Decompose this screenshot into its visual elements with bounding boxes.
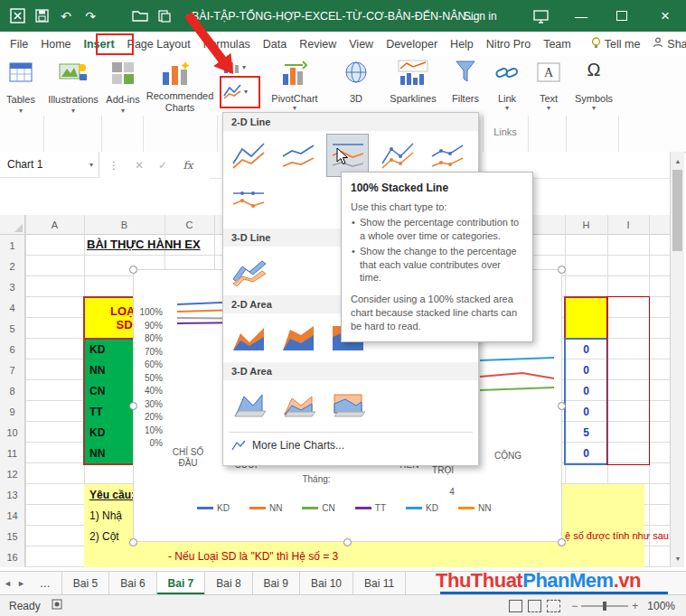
column-header-c[interactable]: C (164, 215, 214, 235)
row-header-1[interactable]: 1 (0, 235, 25, 256)
name-box[interactable]: Chart 1 ▾ (0, 152, 99, 178)
close-button[interactable]: × (647, 0, 683, 32)
gallery-stacked-3d-area-icon[interactable] (277, 383, 319, 426)
tables-dropdown-icon[interactable]: ▾ (0, 107, 42, 115)
sheet-tab-bai8[interactable]: Bai 8 (205, 572, 252, 594)
tab-file[interactable]: File (4, 32, 34, 56)
sheet-tab-bai11[interactable]: Bai 11 (353, 572, 406, 594)
chart-resize-handle[interactable] (129, 402, 137, 410)
text-dropdown-icon[interactable]: ▾ (531, 104, 566, 112)
gallery-3d-area-icon[interactable] (227, 383, 269, 426)
row-header-3[interactable]: 3 (0, 276, 25, 297)
redo-icon[interactable]: ↷ (82, 8, 99, 24)
tab-nitro-pro[interactable]: Nitro Pro (480, 32, 537, 56)
chart-resize-handle[interactable] (558, 266, 566, 274)
h-value-cell[interactable]: 0 (565, 359, 607, 380)
chart-resize-handle[interactable] (343, 538, 352, 546)
column-header-h[interactable]: H (565, 215, 607, 235)
gallery-100-stacked-line-icon[interactable] (326, 134, 369, 177)
add-ins-button[interactable] (110, 61, 136, 89)
tab-data[interactable]: Data (257, 32, 293, 56)
row-header-6[interactable]: 6 (0, 339, 25, 359)
gallery-100-stacked-3d-area-icon[interactable] (326, 383, 369, 426)
more-line-charts-item[interactable]: More Line Charts... (223, 435, 478, 455)
enter-formula-icon[interactable]: ✓ (152, 152, 174, 178)
chart-resize-handle[interactable] (129, 538, 137, 546)
h-value-cell[interactable]: 5 (565, 422, 607, 443)
symbols-button[interactable]: Ω (571, 60, 616, 80)
filters-button[interactable] (446, 60, 484, 89)
minimize-button[interactable]: — (563, 0, 599, 32)
normal-view-icon[interactable] (509, 600, 522, 612)
gallery-stacked-area-icon[interactable] (277, 316, 319, 359)
illustrations-button[interactable] (58, 61, 89, 89)
save-icon[interactable] (33, 8, 50, 24)
tell-me-box[interactable]: Tell me (585, 32, 647, 56)
tab-team[interactable]: Team (537, 32, 578, 56)
h-header-cell[interactable] (565, 297, 607, 339)
tab-review[interactable]: Review (293, 32, 343, 56)
page-break-view-icon[interactable] (547, 600, 560, 612)
vertical-scrollbar[interactable]: ▲ ▼ (670, 152, 684, 567)
row-header-13[interactable]: 13 (0, 484, 25, 505)
sheet-scroll-left-icon[interactable]: ◄ (4, 579, 12, 588)
link-dropdown-icon[interactable]: ▾ (490, 104, 524, 112)
link-button[interactable] (490, 61, 524, 87)
row-header-14[interactable]: 14 (0, 505, 25, 526)
share-button[interactable]: Share (646, 32, 686, 56)
row-header-7[interactable]: 7 (0, 359, 25, 380)
row-header-8[interactable]: 8 (0, 380, 25, 401)
row-header-11[interactable]: 11 (0, 443, 25, 463)
zoom-level[interactable]: 100% (647, 600, 675, 612)
3d-map-button[interactable] (336, 60, 376, 89)
tab-developer[interactable]: Developer (380, 32, 444, 56)
tables-button[interactable] (7, 61, 34, 89)
scrollbar-thumb[interactable] (672, 170, 682, 251)
sheet-tab-bai9[interactable]: Bai 9 (253, 572, 300, 594)
zoom-slider-thumb[interactable] (603, 602, 606, 611)
formula-bar-separator[interactable]: ⋮ (103, 152, 125, 178)
h-value-cell[interactable]: 0 (565, 401, 607, 422)
zoom-out-icon[interactable]: − (571, 600, 578, 612)
sheet-tab-bai10[interactable]: Bai 10 (300, 572, 353, 594)
pivotchart-dropdown-icon[interactable]: ▾ (269, 104, 320, 112)
sheet-tab-ellipsis[interactable]: … (29, 572, 62, 594)
sheet-tab-bai6[interactable]: Bai 6 (109, 572, 156, 594)
add-ins-dropdown-icon[interactable]: ▾ (103, 107, 143, 115)
insert-line-chart-button[interactable]: ▾ (223, 79, 258, 104)
gallery-100-stacked-line-with-markers-icon[interactable] (227, 182, 269, 226)
sheet-tab-bai7[interactable]: Bai 7 (157, 572, 206, 594)
cancel-formula-icon[interactable]: ✕ (128, 152, 150, 178)
scroll-up-icon[interactable]: ▲ (671, 154, 685, 168)
macro-record-icon[interactable] (52, 599, 62, 612)
row-header-15[interactable]: 15 (0, 526, 25, 546)
h-value-cell[interactable]: 0 (565, 443, 607, 463)
gallery-line-icon[interactable] (227, 134, 269, 177)
gallery-stacked-line-icon[interactable] (277, 134, 319, 177)
symbols-dropdown-icon[interactable]: ▾ (571, 104, 616, 112)
row-header-16[interactable]: 16 (0, 546, 25, 567)
h-value-cell[interactable]: 0 (565, 339, 607, 359)
scroll-down-icon[interactable]: ▼ (671, 551, 685, 565)
sheet-scroll-right-icon[interactable]: ► (17, 579, 25, 588)
gallery-stacked-line-with-markers-icon[interactable] (426, 134, 468, 177)
tab-insert[interactable]: Insert (78, 32, 121, 56)
zoom-in-icon[interactable]: + (632, 600, 638, 612)
gallery-line-with-markers-icon[interactable] (376, 134, 418, 177)
chart-resize-handle[interactable] (558, 538, 566, 546)
illustrations-dropdown-icon[interactable]: ▾ (45, 107, 101, 115)
tab-help[interactable]: Help (444, 32, 480, 56)
row-header-12[interactable]: 12 (0, 463, 25, 484)
row-header-9[interactable]: 9 (0, 401, 25, 422)
insert-function-icon[interactable]: fx (177, 152, 199, 178)
tab-home[interactable]: Home (34, 32, 77, 56)
gallery-area-icon[interactable] (227, 316, 269, 359)
tab-view[interactable]: View (343, 32, 380, 56)
gallery-3d-line-icon[interactable] (227, 249, 269, 293)
h-value-cell[interactable]: 0 (565, 380, 607, 401)
sparklines-button[interactable] (387, 60, 439, 90)
column-header-i[interactable]: I (607, 215, 649, 235)
paste-icon[interactable] (156, 8, 173, 24)
zoom-slider[interactable] (581, 605, 628, 607)
column-header-a[interactable]: A (25, 215, 84, 235)
